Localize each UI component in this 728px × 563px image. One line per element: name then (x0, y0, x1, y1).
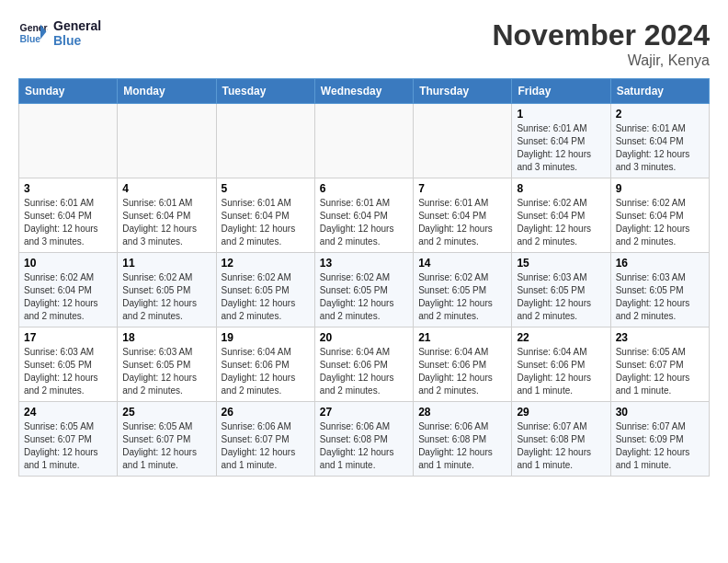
day-number: 18 (122, 331, 210, 344)
calendar-cell: 30Sunrise: 6:07 AM Sunset: 6:09 PM Dayli… (610, 402, 709, 477)
day-number: 16 (616, 257, 704, 270)
day-header-friday: Friday (512, 79, 610, 104)
day-info: Sunrise: 6:02 AM Sunset: 6:04 PM Dayligh… (517, 197, 605, 248)
calendar-table: SundayMondayTuesdayWednesdayThursdayFrid… (18, 78, 710, 477)
calendar-cell: 5Sunrise: 6:01 AM Sunset: 6:04 PM Daylig… (216, 178, 314, 253)
day-number: 21 (418, 331, 506, 344)
day-info: Sunrise: 6:04 AM Sunset: 6:06 PM Dayligh… (320, 346, 408, 397)
day-info: Sunrise: 6:01 AM Sunset: 6:04 PM Dayligh… (616, 122, 704, 174)
calendar-cell: 25Sunrise: 6:05 AM Sunset: 6:07 PM Dayli… (118, 402, 216, 477)
day-info: Sunrise: 6:06 AM Sunset: 6:07 PM Dayligh… (222, 420, 310, 472)
logo-line2: Blue (53, 33, 101, 48)
day-number: 1 (517, 108, 605, 121)
day-number: 19 (222, 331, 310, 344)
day-number: 25 (122, 406, 210, 419)
day-number: 27 (320, 406, 408, 419)
calendar-cell: 26Sunrise: 6:06 AM Sunset: 6:07 PM Dayli… (216, 402, 314, 477)
day-info: Sunrise: 6:03 AM Sunset: 6:05 PM Dayligh… (24, 346, 112, 397)
calendar-cell: 22Sunrise: 6:04 AM Sunset: 6:06 PM Dayli… (512, 327, 610, 402)
day-number: 7 (418, 182, 506, 195)
calendar-cell: 16Sunrise: 6:03 AM Sunset: 6:05 PM Dayli… (610, 253, 709, 327)
day-info: Sunrise: 6:01 AM Sunset: 6:04 PM Dayligh… (517, 122, 605, 174)
calendar-cell: 18Sunrise: 6:03 AM Sunset: 6:05 PM Dayli… (118, 327, 216, 402)
day-number: 6 (320, 182, 408, 195)
calendar-cell (314, 104, 413, 178)
calendar-cell: 6Sunrise: 6:01 AM Sunset: 6:04 PM Daylig… (314, 178, 413, 253)
calendar-cell: 13Sunrise: 6:02 AM Sunset: 6:05 PM Dayli… (314, 253, 413, 327)
day-info: Sunrise: 6:04 AM Sunset: 6:06 PM Dayligh… (222, 346, 310, 397)
day-number: 17 (24, 331, 112, 344)
day-info: Sunrise: 6:07 AM Sunset: 6:09 PM Dayligh… (616, 420, 704, 472)
day-header-tuesday: Tuesday (216, 79, 314, 104)
day-info: Sunrise: 6:05 AM Sunset: 6:07 PM Dayligh… (122, 420, 210, 472)
day-info: Sunrise: 6:06 AM Sunset: 6:08 PM Dayligh… (418, 420, 506, 472)
day-number: 30 (616, 406, 704, 419)
day-info: Sunrise: 6:04 AM Sunset: 6:06 PM Dayligh… (517, 346, 605, 397)
calendar-cell: 17Sunrise: 6:03 AM Sunset: 6:05 PM Dayli… (19, 327, 118, 402)
day-info: Sunrise: 6:06 AM Sunset: 6:08 PM Dayligh… (320, 420, 408, 472)
calendar-cell: 29Sunrise: 6:07 AM Sunset: 6:08 PM Dayli… (512, 402, 610, 477)
day-info: Sunrise: 6:05 AM Sunset: 6:07 PM Dayligh… (24, 420, 112, 472)
day-info: Sunrise: 6:02 AM Sunset: 6:05 PM Dayligh… (418, 271, 506, 323)
calendar-cell: 19Sunrise: 6:04 AM Sunset: 6:06 PM Dayli… (216, 327, 314, 402)
calendar-cell: 1Sunrise: 6:01 AM Sunset: 6:04 PM Daylig… (512, 104, 610, 178)
svg-text:Blue: Blue (20, 34, 41, 44)
day-number: 29 (517, 406, 605, 419)
calendar-cell: 11Sunrise: 6:02 AM Sunset: 6:05 PM Dayli… (118, 253, 216, 327)
day-info: Sunrise: 6:07 AM Sunset: 6:08 PM Dayligh… (517, 420, 605, 472)
logo-line1: General (53, 18, 101, 33)
day-number: 13 (320, 257, 408, 270)
day-number: 26 (222, 406, 310, 419)
calendar-cell: 28Sunrise: 6:06 AM Sunset: 6:08 PM Dayli… (414, 402, 512, 477)
calendar-cell (216, 104, 314, 178)
day-header-monday: Monday (118, 79, 216, 104)
day-info: Sunrise: 6:02 AM Sunset: 6:05 PM Dayligh… (320, 271, 408, 323)
calendar-cell: 12Sunrise: 6:02 AM Sunset: 6:05 PM Dayli… (216, 253, 314, 327)
month-title: November 2024 (492, 18, 710, 52)
day-info: Sunrise: 6:01 AM Sunset: 6:04 PM Dayligh… (320, 197, 408, 248)
page-header: General Blue General Blue November 2024 … (18, 18, 710, 69)
day-number: 8 (517, 182, 605, 195)
logo-icon: General Blue (18, 18, 48, 48)
calendar-cell: 4Sunrise: 6:01 AM Sunset: 6:04 PM Daylig… (118, 178, 216, 253)
day-header-sunday: Sunday (19, 79, 118, 104)
calendar-cell: 9Sunrise: 6:02 AM Sunset: 6:04 PM Daylig… (610, 178, 709, 253)
day-info: Sunrise: 6:01 AM Sunset: 6:04 PM Dayligh… (24, 197, 112, 248)
day-info: Sunrise: 6:02 AM Sunset: 6:04 PM Dayligh… (616, 197, 704, 248)
logo: General Blue General Blue (18, 18, 101, 48)
calendar-cell: 10Sunrise: 6:02 AM Sunset: 6:04 PM Dayli… (19, 253, 118, 327)
calendar-cell (118, 104, 216, 178)
day-info: Sunrise: 6:05 AM Sunset: 6:07 PM Dayligh… (616, 346, 704, 397)
calendar-cell (414, 104, 512, 178)
calendar-cell (19, 104, 118, 178)
title-section: November 2024 Wajir, Kenya (492, 18, 710, 69)
day-number: 5 (222, 182, 310, 195)
day-number: 22 (517, 331, 605, 344)
day-info: Sunrise: 6:03 AM Sunset: 6:05 PM Dayligh… (616, 271, 704, 323)
calendar-cell: 8Sunrise: 6:02 AM Sunset: 6:04 PM Daylig… (512, 178, 610, 253)
day-number: 14 (418, 257, 506, 270)
day-number: 10 (24, 257, 112, 270)
day-info: Sunrise: 6:01 AM Sunset: 6:04 PM Dayligh… (222, 197, 310, 248)
day-info: Sunrise: 6:01 AM Sunset: 6:04 PM Dayligh… (122, 197, 210, 248)
day-header-thursday: Thursday (414, 79, 512, 104)
calendar-cell: 27Sunrise: 6:06 AM Sunset: 6:08 PM Dayli… (314, 402, 413, 477)
day-number: 11 (122, 257, 210, 270)
day-number: 3 (24, 182, 112, 195)
calendar-cell: 7Sunrise: 6:01 AM Sunset: 6:04 PM Daylig… (414, 178, 512, 253)
day-number: 4 (122, 182, 210, 195)
day-number: 24 (24, 406, 112, 419)
day-number: 12 (222, 257, 310, 270)
day-info: Sunrise: 6:04 AM Sunset: 6:06 PM Dayligh… (418, 346, 506, 397)
day-header-wednesday: Wednesday (314, 79, 413, 104)
day-number: 15 (517, 257, 605, 270)
calendar-cell: 3Sunrise: 6:01 AM Sunset: 6:04 PM Daylig… (19, 178, 118, 253)
calendar-cell: 21Sunrise: 6:04 AM Sunset: 6:06 PM Dayli… (414, 327, 512, 402)
day-header-saturday: Saturday (610, 79, 709, 104)
day-number: 2 (616, 108, 704, 121)
calendar-cell: 23Sunrise: 6:05 AM Sunset: 6:07 PM Dayli… (610, 327, 709, 402)
day-info: Sunrise: 6:02 AM Sunset: 6:04 PM Dayligh… (24, 271, 112, 323)
day-info: Sunrise: 6:03 AM Sunset: 6:05 PM Dayligh… (122, 346, 210, 397)
day-info: Sunrise: 6:01 AM Sunset: 6:04 PM Dayligh… (418, 197, 506, 248)
day-info: Sunrise: 6:02 AM Sunset: 6:05 PM Dayligh… (222, 271, 310, 323)
